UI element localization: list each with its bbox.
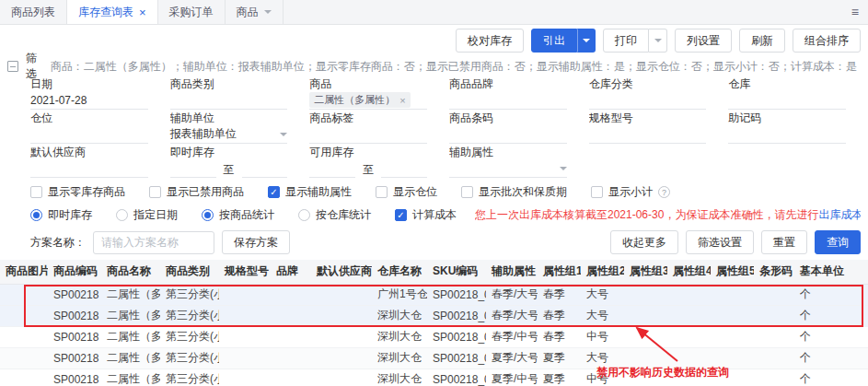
tab-inventory-query[interactable]: 库存查询表 × xyxy=(67,0,158,24)
table-row[interactable]: SP00218二属性（多属性）第三分类(小号)广州1号仓SP00218_001春… xyxy=(0,284,868,305)
column-header[interactable]: 属性组4 xyxy=(667,260,711,284)
checkbox-option[interactable]: 显示批次和保质期 xyxy=(461,184,567,200)
radio-option[interactable]: 即时库存 xyxy=(30,207,92,223)
help-icon[interactable]: ? xyxy=(658,186,670,198)
product-input[interactable]: 二属性（多属性） × xyxy=(309,91,427,110)
radio-circle[interactable] xyxy=(298,209,310,221)
warehouse-category-input[interactable] xyxy=(589,91,707,110)
radio-option[interactable]: 按仓库统计 xyxy=(298,207,371,223)
radio-circle[interactable] xyxy=(30,209,42,221)
column-header[interactable]: 品牌 xyxy=(271,260,311,284)
print-dropdown-button[interactable] xyxy=(649,29,667,53)
column-header[interactable]: 仓库名称 xyxy=(372,260,427,284)
radio-circle[interactable] xyxy=(116,209,128,221)
checkbox-box[interactable] xyxy=(591,186,603,198)
checkbox-box[interactable] xyxy=(30,186,42,198)
table-row[interactable]: SP00218二属性（多属性）第三分类(小号)深圳大仓SP00218_002春季… xyxy=(0,326,868,347)
checkbox-option[interactable]: 显示小计? xyxy=(591,184,670,200)
column-settings-button[interactable]: 列设置 xyxy=(675,29,732,53)
radio-circle[interactable] xyxy=(202,209,214,221)
checkbox-row: 显示零库存商品显示已禁用商品✓显示辅助属性显示仓位显示批次和保质期显示小计? xyxy=(0,181,868,204)
warehouse-input[interactable] xyxy=(728,91,846,110)
export-split-button: 引出 xyxy=(531,29,596,53)
scheme-name-input[interactable] xyxy=(93,231,214,254)
cost-warning: 您上一次出库成本核算截至2021-06-30，为保证成本准确性，请先进行出库成本… xyxy=(475,207,861,223)
close-icon[interactable]: × xyxy=(139,6,146,18)
column-header[interactable]: 商品编码 xyxy=(48,260,101,284)
column-header[interactable]: 默认供应商 xyxy=(311,260,372,284)
checkbox-option[interactable]: 显示零库存商品 xyxy=(30,184,125,200)
table-row[interactable]: SP00218二属性（多属性）第三分类(小号)深圳大仓SP00218_004夏季… xyxy=(0,368,868,386)
field-product-tag: 商品标签 xyxy=(309,111,427,145)
checkbox-option[interactable]: 显示已禁用商品 xyxy=(149,184,244,200)
field-label: 辅助属性 xyxy=(449,146,567,159)
checkbox-box[interactable]: ✓ xyxy=(395,209,407,221)
column-header[interactable]: 辅助属性 xyxy=(486,260,538,284)
table-row[interactable]: SP00218二属性（多属性）第三分类(小号)深圳大仓SP00218_003夏季… xyxy=(0,347,868,368)
field-label: 商品品牌 xyxy=(449,77,567,91)
instant-stock-max-input[interactable] xyxy=(242,159,288,178)
instant-stock-min-input[interactable] xyxy=(170,159,216,178)
column-header[interactable]: 条形码 xyxy=(754,260,794,284)
field-label: 默认供应商 xyxy=(30,146,148,159)
aux-unit-select[interactable]: 报表辅助单位 xyxy=(170,125,288,144)
barcode-input[interactable] xyxy=(449,125,567,144)
filter-settings-button[interactable]: 筛选设置 xyxy=(686,230,754,254)
field-warehouse-category: 仓库分类 xyxy=(589,76,707,111)
supplier-input[interactable] xyxy=(30,159,148,178)
mnemonic-input[interactable] xyxy=(728,125,846,144)
save-scheme-button[interactable]: 保存方案 xyxy=(222,230,290,254)
brand-input[interactable] xyxy=(449,91,567,110)
tab-list-icon[interactable]: ≡ xyxy=(842,0,868,24)
checkbox-box[interactable] xyxy=(461,186,473,198)
remove-tag-icon[interactable]: × xyxy=(399,95,405,106)
column-header[interactable]: 属性组2 xyxy=(581,260,624,284)
query-button[interactable]: 查询 xyxy=(815,230,861,254)
column-header[interactable]: 属性组3 xyxy=(624,260,667,284)
column-header[interactable]: 属性组1 xyxy=(538,260,581,284)
product-category-input[interactable] xyxy=(170,91,288,110)
column-header[interactable]: SKU编码 xyxy=(427,260,486,284)
checkbox-label: 显示批次和保质期 xyxy=(479,184,567,200)
column-header[interactable]: 基本单位 xyxy=(794,260,868,284)
available-stock-max-input[interactable] xyxy=(381,159,427,178)
table-cell: 第三分类(小号) xyxy=(160,368,219,386)
tab-product-list[interactable]: 商品列表 xyxy=(0,0,67,24)
column-header[interactable]: 商品名称 xyxy=(101,260,160,284)
table-cell xyxy=(219,326,271,347)
reset-button[interactable]: 重置 xyxy=(761,230,807,254)
checkbox-box[interactable] xyxy=(376,186,388,198)
tab-product[interactable]: 商品 xyxy=(226,0,284,24)
column-header[interactable]: 属性组5 xyxy=(711,260,754,284)
field-label: 商品标签 xyxy=(309,111,427,125)
print-button[interactable]: 打印 xyxy=(603,29,649,53)
available-stock-min-input[interactable] xyxy=(309,159,355,178)
checkbox-box[interactable] xyxy=(149,186,161,198)
tab-purchase-order[interactable]: 采购订单 xyxy=(158,0,226,24)
radio-option[interactable]: 按商品统计 xyxy=(202,207,274,223)
radio-option[interactable]: 指定日期 xyxy=(116,207,178,223)
collapse-more-button[interactable]: 收起更多 xyxy=(610,230,678,254)
table-cell xyxy=(754,284,794,305)
check-stock-button[interactable]: 校对库存 xyxy=(456,29,524,53)
cost-calc-link[interactable]: 出库成本核算 xyxy=(818,208,861,221)
combo-sort-button[interactable]: 组合排序 xyxy=(793,29,861,53)
date-input[interactable]: 2021-07-28 xyxy=(30,91,148,110)
collapse-icon[interactable] xyxy=(7,61,18,72)
export-button[interactable]: 引出 xyxy=(531,29,577,53)
column-header[interactable]: 商品图片 xyxy=(0,260,48,284)
checkbox-box[interactable]: ✓ xyxy=(268,186,280,198)
checkbox-calc-cost[interactable]: ✓ 计算成本 xyxy=(395,207,457,223)
product-tag-input[interactable] xyxy=(309,125,427,144)
table-row[interactable]: SP00218二属性（多属性）第三分类(小号)深圳大仓SP00218_001春季… xyxy=(0,305,868,326)
checkbox-option[interactable]: 显示仓位 xyxy=(376,184,437,200)
spec-input[interactable] xyxy=(589,125,707,144)
export-dropdown-button[interactable] xyxy=(577,29,596,53)
location-input[interactable] xyxy=(30,125,148,144)
refresh-button[interactable]: 刷新 xyxy=(739,29,785,53)
checkbox-option[interactable]: ✓显示辅助属性 xyxy=(268,184,352,200)
aux-attr-select[interactable] xyxy=(449,159,567,178)
column-header[interactable]: 规格型号 xyxy=(219,260,271,284)
table-cell: 二属性（多属性） xyxy=(101,284,160,305)
column-header[interactable]: 商品类别 xyxy=(160,260,219,284)
